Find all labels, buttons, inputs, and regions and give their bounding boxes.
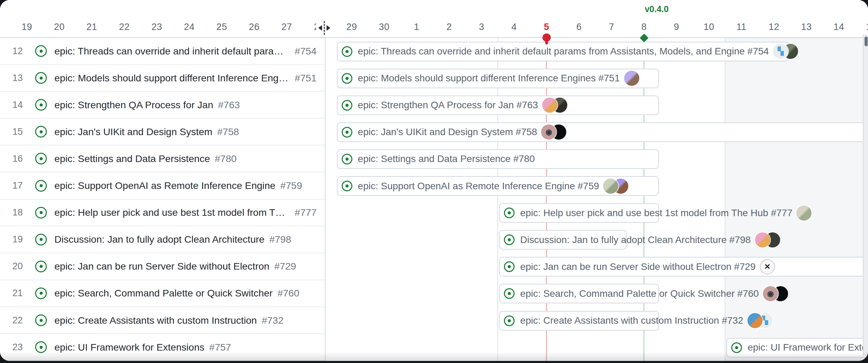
column-resize-handle-icon[interactable] [316,19,332,37]
avatar [796,205,812,221]
day-label-25[interactable]: 25 [206,20,238,34]
day-label-11[interactable]: 11 [725,20,757,34]
timeline-bar-17[interactable]: epic: Support OpenAI as Remote Inference… [337,176,659,196]
open-issue-icon [35,126,47,138]
table-row-20[interactable]: 20epic: Jan can be run Server Side witho… [0,253,325,280]
vertical-scrollbar[interactable] [863,34,868,356]
row-number: 12 [0,46,23,57]
day-label-12[interactable]: 12 [758,20,790,34]
timeline-bar-12[interactable]: epic: Threads can override and inherit d… [337,42,789,61]
timeline-bar-15[interactable]: epic: Jan's UIKit and Design System #758… [337,122,868,142]
issue-title: epic: Settings and Data Persistence [54,153,210,164]
timeline-bar-19[interactable]: Discussion: Jan to fully adopt Clean Arc… [499,230,626,250]
timeline-bar-18[interactable]: epic: Help user pick and use best 1st mo… [499,203,659,223]
row-number: 19 [0,234,23,245]
assignee-avatars [542,98,567,113]
day-label-29[interactable]: 29 [335,20,368,34]
avatar: ◉ [763,286,778,301]
bar-title: epic: Help user pick and use best 1st mo… [520,208,792,219]
day-label-26[interactable]: 26 [238,20,270,34]
open-issue-icon [35,207,47,219]
timeline-bar-21[interactable]: epic: Search, Command Palette or Quick S… [499,284,659,303]
assignee-avatars: ◉ [541,124,566,140]
day-label-15[interactable]: 15 [855,20,868,34]
resize-arrow-left-icon [318,25,322,31]
row-number: 17 [0,180,23,191]
resize-dashed-line [324,21,325,35]
bar-title: epic: Threads can override and inherit d… [358,46,769,57]
day-label-22[interactable]: 22 [108,20,141,34]
avatar [747,313,763,328]
bar-title: epic: Create Assistants with custom Inst… [520,315,743,326]
open-issue-icon [35,234,47,245]
issue-title: epic: Threads can override and inherit d… [54,46,290,57]
day-label-21[interactable]: 21 [75,20,108,34]
open-issue-icon [504,261,515,272]
open-issue-icon [35,261,47,272]
day-label-20[interactable]: 20 [43,20,75,34]
open-issue-icon [731,342,742,353]
table-row-12[interactable]: 12epic: Threads can override and inherit… [0,38,325,65]
table-row-17[interactable]: 17epic: Support OpenAI as Remote Inferen… [0,173,325,200]
day-label-8[interactable]: 8 [628,20,660,34]
row-number: 21 [0,288,23,299]
issue-title: epic: Strengthen QA Process for Jan [54,99,213,111]
row-number: 22 [0,315,23,326]
row-number: 13 [0,73,23,83]
day-label-4[interactable]: 4 [498,20,530,34]
day-label-14[interactable]: 14 [823,20,855,34]
day-label-30[interactable]: 30 [368,20,400,34]
day-label-1[interactable]: 1 [400,20,433,34]
day-label-24[interactable]: 24 [173,20,205,34]
open-issue-icon [35,288,47,299]
issue-number: #780 [215,153,237,164]
today-marker-icon [542,33,551,42]
bar-title: epic: Models should support different In… [358,73,620,84]
table-row-15[interactable]: 15epic: Jan's UIKit and Design System#75… [0,119,325,145]
header-border [0,37,868,38]
bar-title: epic: Search, Command Palette or Quick S… [520,288,759,299]
open-issue-icon [342,100,352,111]
table-row-13[interactable]: 13epic: Models should support different … [0,65,325,92]
bar-title: epic: Jan's UIKit and Design System #758 [358,127,537,138]
table-row-16[interactable]: 16epic: Settings and Data Persistence#78… [0,145,325,172]
day-label-7[interactable]: 7 [595,20,628,34]
table-row-18[interactable]: 18epic: Help user pick and use best 1st … [0,200,325,226]
timeline-bar-13[interactable]: epic: Models should support different In… [337,69,659,88]
table-row-19[interactable]: 19Discussion: Jan to fully adopt Clean A… [0,226,325,253]
day-label-19[interactable]: 19 [11,20,43,34]
bottom-fade [0,352,868,361]
avatar: ✕ [760,259,775,274]
issue-title: epic: Help user pick and use best 1st mo… [54,207,290,218]
day-label-2[interactable]: 2 [433,20,465,34]
issue-title: epic: Create Assistants with custom Inst… [54,315,257,326]
issue-number: #729 [274,261,296,272]
issue-title: epic: Models should support different In… [54,72,290,84]
table-row-21[interactable]: 21epic: Search, Command Palette or Quick… [0,280,325,307]
bar-title: epic: UI Framework for Extensions #757 [747,342,868,353]
day-label-9[interactable]: 9 [660,20,693,34]
day-label-27[interactable]: 27 [270,20,303,34]
issue-title: Discussion: Jan to fully adopt Clean Arc… [54,234,265,245]
issue-number: #754 [295,46,317,57]
table-row-22[interactable]: 22epic: Create Assistants with custom In… [0,307,325,334]
open-issue-icon [342,181,352,191]
day-label-3[interactable]: 3 [465,20,498,34]
timeline-bar-14[interactable]: epic: Strengthen QA Process for Jan #763 [337,95,659,115]
table-row-14[interactable]: 14epic: Strengthen QA Process for Jan#76… [0,92,325,119]
avatar [755,232,770,248]
open-issue-icon [35,72,47,84]
day-label-13[interactable]: 13 [790,20,823,34]
timeline-bar-16[interactable]: epic: Settings and Data Persistence #780 [337,149,659,169]
day-label-23[interactable]: 23 [141,20,173,34]
day-label-5[interactable]: 5 [530,20,563,34]
assignee-avatars [796,205,812,221]
row-number: 14 [0,100,23,110]
row-number: 20 [0,261,23,272]
day-label-10[interactable]: 10 [693,20,725,34]
avatar: ▚ [773,44,788,59]
timeline-bar-22[interactable]: epic: Create Assistants with custom Inst… [499,311,659,331]
timeline-bar-20[interactable]: epic: Jan can be run Server Side without… [499,257,868,276]
day-label-6[interactable]: 6 [563,20,595,34]
scrollbar-thumb[interactable] [865,37,868,46]
